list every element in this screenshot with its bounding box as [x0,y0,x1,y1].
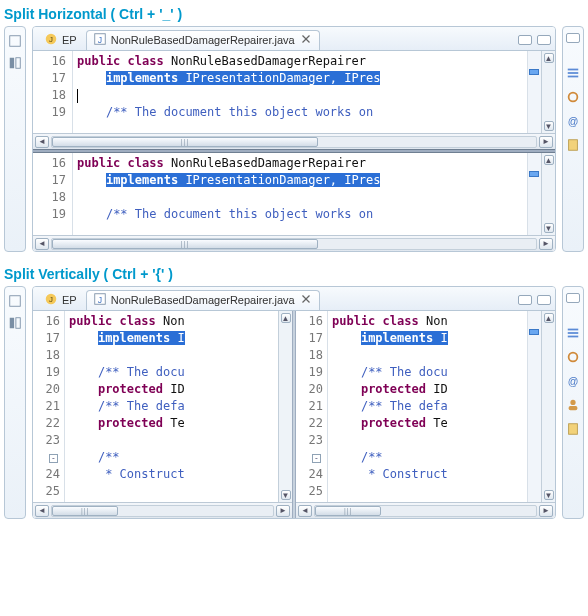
editor-body: 16 17 18 19 public class NonRuleBasedDam… [33,51,555,251]
scroll-right-icon[interactable]: ► [539,238,553,250]
sidebar-icon[interactable] [7,55,23,71]
marker-bar[interactable] [527,311,541,502]
tab-label: NonRuleBasedDamagerRepairer.java [111,34,295,46]
vertical-scrollbar[interactable]: ▲ ▼ [278,311,292,502]
task-icon[interactable] [565,89,581,105]
close-icon[interactable] [299,32,313,48]
maximize-button[interactable] [537,295,551,305]
tab-active[interactable]: J NonRuleBasedDamagerRepairer.java [86,30,320,50]
svg-text:@: @ [568,115,579,127]
svg-rect-15 [10,296,21,307]
editor-panel: J EP J NonRuleBasedDamagerRepairer.java … [32,26,556,252]
svg-rect-2 [16,58,20,69]
scroll-track[interactable] [51,238,537,250]
editor-panel: J EP J NonRuleBasedDamagerRepairer.java … [32,286,556,519]
fold-icon[interactable]: - [312,454,321,463]
svg-rect-17 [16,318,20,329]
horizontal-scrollbar[interactable]: ◄ ► [296,502,555,518]
scroll-up-icon[interactable]: ▲ [544,53,554,63]
svg-rect-24 [568,329,579,331]
tab-row: J EP J NonRuleBasedDamagerRepairer.java [33,27,555,51]
svg-text:J: J [98,295,102,305]
scroll-up-icon[interactable]: ▲ [544,313,554,323]
scroll-down-icon[interactable]: ▼ [544,121,554,131]
svg-point-29 [570,400,575,405]
section-title-vertical: Split Vertically ( Ctrl + '{' ) [0,260,588,286]
scroll-left-icon[interactable]: ◄ [298,505,312,517]
task-icon[interactable] [565,349,581,365]
editor-pane-left[interactable]: 16 17 18 19 20 21 22 23 -24 25 public cl… [33,311,292,518]
left-sidebar [4,286,26,519]
sidebar-icon[interactable] [7,293,23,309]
outline-icon[interactable] [565,325,581,341]
at-icon[interactable]: @ [565,373,581,389]
scroll-right-icon[interactable]: ► [539,136,553,148]
code-area[interactable]: public class Non implements I /** The do… [65,311,278,502]
line-gutter: 16 17 18 19 20 21 22 23 -24 25 [33,311,65,502]
scroll-right-icon[interactable]: ► [276,505,290,517]
svg-text:@: @ [568,375,579,387]
scroll-track[interactable] [314,505,537,517]
svg-rect-9 [568,69,579,71]
svg-rect-10 [568,72,579,74]
person-icon[interactable] [565,397,581,413]
vertical-scrollbar[interactable]: ▲ ▼ [541,51,555,133]
marker-bar[interactable] [527,153,541,235]
svg-point-27 [569,353,578,362]
scroll-up-icon[interactable]: ▲ [544,155,554,165]
at-icon[interactable]: @ [565,113,581,129]
tab-label: EP [62,34,77,46]
right-sidebar: @ [562,286,584,519]
outline-icon[interactable] [565,65,581,81]
editor-pane-right[interactable]: 16 17 18 19 20 21 22 23 -24 25 public cl… [296,311,555,518]
sidebar-min-button[interactable] [566,293,580,303]
maximize-button[interactable] [537,35,551,45]
svg-text:J: J [49,295,53,304]
editor-pane-top[interactable]: 16 17 18 19 public class NonRuleBasedDam… [33,51,555,133]
scroll-left-icon[interactable]: ◄ [35,238,49,250]
vertical-scrollbar[interactable]: ▲ ▼ [541,153,555,235]
code-area[interactable]: public class NonRuleBasedDamagerRepairer… [73,153,527,235]
right-sidebar: @ [562,26,584,252]
scroll-track[interactable] [51,136,537,148]
scroll-left-icon[interactable]: ◄ [35,505,49,517]
svg-rect-14 [569,140,578,151]
horizontal-scrollbar[interactable]: ◄ ► [33,133,555,149]
line-gutter: 16 17 18 19 [33,153,73,235]
code-area[interactable]: public class Non implements I /** The do… [328,311,527,502]
marker-bar[interactable] [527,51,541,133]
ide-horizontal-block: J EP J NonRuleBasedDamagerRepairer.java … [0,26,588,260]
scroll-track[interactable] [51,505,274,517]
sidebar-icon[interactable] [7,315,23,331]
tab-ep[interactable]: J EP [37,30,84,50]
horizontal-scrollbar[interactable]: ◄ ► [33,235,555,251]
minimize-button[interactable] [518,295,532,305]
scroll-down-icon[interactable]: ▼ [544,490,554,500]
fold-icon[interactable]: - [49,454,58,463]
svg-rect-26 [568,336,579,338]
java-icon: J [93,292,107,308]
editor-pane-bottom[interactable]: 16 17 18 19 public class NonRuleBasedDam… [33,153,555,235]
svg-rect-0 [10,36,21,47]
scroll-right-icon[interactable]: ► [539,505,553,517]
scroll-left-icon[interactable]: ◄ [35,136,49,148]
horizontal-scrollbar[interactable]: ◄ ► [33,502,292,518]
scroll-down-icon[interactable]: ▼ [544,223,554,233]
java-icon: J [44,32,58,48]
doc-icon[interactable] [565,137,581,153]
vertical-scrollbar[interactable]: ▲ ▼ [541,311,555,502]
svg-rect-30 [569,406,578,410]
close-icon[interactable] [299,292,313,308]
scroll-down-icon[interactable]: ▼ [281,490,291,500]
minimize-button[interactable] [518,35,532,45]
svg-point-12 [569,93,578,102]
code-area[interactable]: public class NonRuleBasedDamagerRepairer… [73,51,527,133]
sidebar-min-button[interactable] [566,33,580,43]
tab-label: NonRuleBasedDamagerRepairer.java [111,294,295,306]
doc-icon[interactable] [565,421,581,437]
tab-label: EP [62,294,77,306]
sidebar-icon[interactable] [7,33,23,49]
scroll-up-icon[interactable]: ▲ [281,313,291,323]
tab-ep[interactable]: J EP [37,290,84,310]
tab-active[interactable]: J NonRuleBasedDamagerRepairer.java [86,290,320,310]
